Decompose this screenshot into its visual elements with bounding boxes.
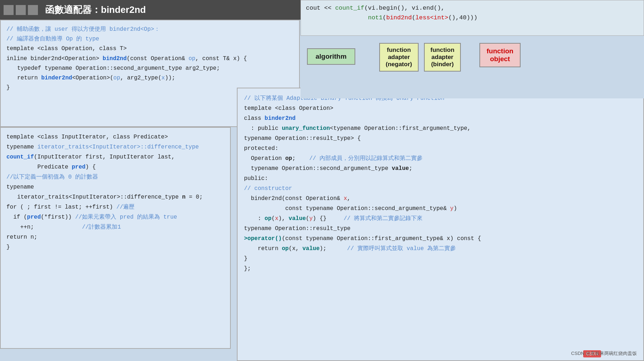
square-1 (4, 5, 14, 15)
square-3 (28, 5, 38, 15)
bl-code2: typename iterator_traits<InputIterator>:… (6, 144, 199, 150)
r-line15: return op(x, value); // 實際呼叫算式並取 value 為… (244, 244, 637, 254)
code-text-2: not1(bind2nd(less<int>(),40))) (306, 14, 478, 21)
code-text: cout << count_if(vi.begin(), vi.end(), (306, 5, 445, 11)
r-line11: const typename Operation::second_argumen… (244, 204, 637, 214)
code-tl2a: inline binder2nd<Operation> bind2nd(cons… (6, 55, 247, 62)
bl-code8: if (pred(*first)) //如果元素帶入 pred 的結果為 tru… (6, 214, 177, 220)
r-line6: Operation op; // 內部成員，分別用以記錄算式和第二實參 (244, 153, 637, 164)
r-line14: >operator()(const typename Operation::fi… (244, 234, 637, 244)
r-line10: binder2nd(const Operation& x, (244, 194, 637, 204)
bl-line1: template <class InputIterator, class Pre… (6, 132, 224, 142)
r-line17: }; (244, 264, 637, 274)
bl-line9: ++n; //計數器累加1 (6, 222, 224, 232)
fa-negator-box: functionadapter(negator) (379, 43, 419, 72)
r-code4: typename Operation::result_type> { (244, 135, 361, 142)
tl-line1: template <class Operation, class T> (6, 44, 293, 54)
bl-line11: } (6, 242, 224, 252)
bl-code6: iterator_traits<InputIterator>::differen… (17, 194, 203, 200)
r-code3: : public unary_function<typename Operati… (244, 125, 471, 132)
comment-text2: // 編譯器會自動推導 Op 的 type (6, 36, 99, 42)
r-line8: public: (244, 174, 637, 184)
comment-text: // 輔助函數，讓 user 得以方便使用 binder2nd<Op>： (6, 26, 160, 33)
fa-negator-label: functionadapter(negator) (386, 47, 412, 68)
top-right-code-box: cout << count_if(vi.begin(), vi.end(), n… (301, 0, 644, 36)
r-code11: const typename Operation::second_argumen… (244, 205, 457, 212)
fa-binder-box: functionadapter(binder) (424, 43, 461, 72)
bl-code3-func: count_if (6, 154, 34, 160)
bl-line2: typename iterator_traits<InputIterator>:… (6, 142, 224, 152)
fo-label: functionobject (487, 47, 513, 63)
tl-line4: return binder2nd<Operation>(op, arg2_typ… (6, 73, 293, 83)
top-code-line1: cout << count_if(vi.begin(), vi.end(), (306, 3, 639, 13)
algorithm-label: algorithm (316, 53, 347, 60)
code-tl3: typedef typename Operation::second_argum… (17, 65, 220, 72)
code-tl5: } (6, 84, 10, 91)
function-object-box: functionobject (479, 43, 521, 67)
r-code5: protected: (244, 145, 278, 152)
bl-code9: ++n; //計數器累加1 (6, 224, 121, 230)
bl-line7: for ( ; first != last; ++first) //遍歷 (6, 202, 224, 212)
title-bar: 函數適配器：binder2nd (0, 0, 301, 20)
tl-line2: inline binder2nd<Operation> bind2nd(cons… (6, 54, 293, 64)
watermark-text: CSDN @老板来两碗红烧肉盖饭 (571, 350, 637, 357)
r-code17: }; (244, 265, 251, 272)
bl-line5: typename (6, 182, 224, 192)
bl-code5: typename (6, 184, 34, 190)
r-code13: typename Operation::result_type (244, 225, 351, 232)
right-code-box: // 以下將某個 Adaptable Binary function 轉換為 U… (237, 88, 644, 361)
code-tl4: return binder2nd<Operation>(op, arg2_typ… (17, 75, 175, 81)
r-code14: >operator()(const typename Operation::fi… (244, 235, 481, 242)
bl-code10: return n; (6, 234, 37, 240)
r-code15: return op(x, value); // 實際呼叫算式並取 value 為… (244, 245, 456, 252)
r-code16: } (244, 255, 248, 262)
bl-line4: Predicate pred) { (6, 162, 224, 172)
algorithm-box: algorithm (307, 48, 355, 65)
r-code8: public: (244, 175, 268, 182)
r-line9: // constructor (244, 184, 637, 194)
r-line3: : public unary_function<typename Operati… (244, 123, 637, 133)
code-tl1: template <class Operation, class T> (6, 45, 127, 52)
bl-line6: iterator_traits<InputIterator>::differen… (6, 192, 224, 202)
r-line5: protected: (244, 143, 637, 153)
tl-comment2: // 編譯器會自動推導 Op 的 type (6, 34, 293, 44)
r-code6: Operation op; // 內部成員，分別用以記錄算式和第二實參 (244, 155, 423, 162)
r-line12: : op(x), value(y) {} // 將算式和第二實參記錄下來 (244, 214, 637, 224)
bl-code3-rest: (InputIterator first, InputIterator last… (34, 154, 175, 160)
r-line2: class binder2nd (244, 113, 637, 123)
bl-code1: template <class InputIterator, class Pre… (6, 134, 168, 140)
r-code1: template <class Operation> (244, 105, 333, 112)
r-line1: template <class Operation> (244, 103, 637, 113)
bl-comment1: //以下定義一個初值為 0 的計數器 (6, 172, 224, 182)
r-line16: } (244, 254, 637, 264)
r-code10: binder2nd(const Operation& x, (244, 195, 351, 202)
tl-comment1: // 輔助函數，讓 user 得以方便使用 binder2nd<Op>： (6, 25, 293, 34)
r-code9: // constructor (244, 185, 292, 192)
diagram-area (301, 36, 644, 98)
top-code-line2: not1(bind2nd(less<int>(),40))) (306, 13, 639, 23)
bl-line8: if (pred(*first)) //如果元素帶入 pred 的結果為 tru… (6, 212, 224, 222)
title-squares (4, 5, 38, 15)
bl-line3: count_if(InputIterator first, InputItera… (6, 152, 224, 162)
tl-line3: typedef typename Operation::second_argum… (6, 64, 293, 73)
square-2 (16, 5, 26, 15)
r-code2: class binder2nd (244, 115, 296, 122)
page-title: 函數適配器：binder2nd (45, 4, 146, 16)
bl-code4: Predicate pred) { (6, 164, 96, 170)
r-code12: : op(x), value(y) {} // 將算式和第二實參記錄下來 (244, 215, 423, 222)
r-line4: typename Operation::result_type> { (244, 133, 637, 143)
bl-line10: return n; (6, 232, 224, 242)
bottom-left-code-box: template <class InputIterator, class Pre… (0, 127, 231, 349)
fa-binder-label: functionadapter(binder) (430, 47, 454, 68)
bl-code7: for ( ; first != last; ++first) //遍歷 (6, 204, 135, 210)
r-line13: typename Operation::result_type (244, 224, 637, 234)
bl-code11: } (6, 244, 10, 250)
r-line7: typename Operation::second_argument_type… (244, 164, 637, 174)
bl-c1: //以下定義一個初值為 0 的計數器 (6, 174, 98, 180)
r-code7: typename Operation::second_argument_type… (244, 165, 413, 172)
